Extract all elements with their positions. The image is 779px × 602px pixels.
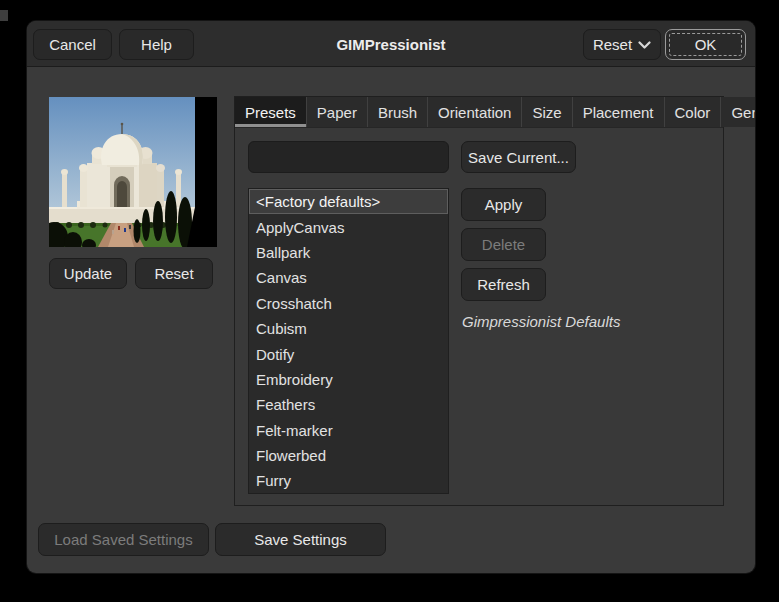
preview-reset-button[interactable]: Reset: [135, 258, 213, 289]
preset-list[interactable]: <Factory defaults>ApplyCanvasBallparkCan…: [248, 188, 449, 494]
delete-button[interactable]: Delete: [461, 228, 546, 261]
chevron-down-icon: [638, 40, 651, 50]
settings-notebook: PresetsPaperBrushOrientationSizePlacemen…: [234, 96, 724, 506]
list-item[interactable]: Cubism: [249, 316, 448, 341]
tab[interactable]: Orientation: [428, 97, 522, 127]
refresh-button[interactable]: Refresh: [461, 268, 546, 301]
gimpressionist-dialog: Cancel Help GIMPressionist Reset OK: [27, 21, 755, 573]
reset-dropdown-button[interactable]: Reset: [583, 29, 661, 60]
list-item[interactable]: Felt-marker: [249, 418, 448, 443]
list-item[interactable]: Dotify: [249, 341, 448, 366]
tab[interactable]: General: [721, 97, 755, 127]
list-item[interactable]: <Factory defaults>: [249, 189, 448, 214]
background-window-fragment: [0, 10, 8, 21]
list-item[interactable]: Flowerbed: [249, 443, 448, 468]
ok-button[interactable]: OK: [665, 29, 746, 60]
apply-button[interactable]: Apply: [461, 188, 546, 221]
tab[interactable]: Brush: [368, 97, 428, 127]
headerbar: Cancel Help GIMPressionist Reset OK: [27, 21, 755, 67]
load-saved-settings-button[interactable]: Load Saved Settings: [38, 523, 209, 556]
tab[interactable]: Presets: [235, 97, 307, 127]
list-item[interactable]: Crosshatch: [249, 291, 448, 316]
list-item[interactable]: Embroidery: [249, 367, 448, 392]
tab[interactable]: Paper: [307, 97, 368, 127]
update-button[interactable]: Update: [49, 258, 127, 289]
list-item[interactable]: Feathers: [249, 392, 448, 417]
tab[interactable]: Color: [665, 97, 722, 127]
cancel-button[interactable]: Cancel: [33, 29, 112, 60]
preset-description: Gimpressionist Defaults: [462, 313, 620, 330]
save-current-button[interactable]: Save Current...: [461, 141, 576, 173]
list-item[interactable]: Canvas: [249, 265, 448, 290]
reset-dropdown-label: Reset: [593, 36, 632, 53]
save-settings-button[interactable]: Save Settings: [215, 523, 386, 556]
list-item[interactable]: Ballpark: [249, 240, 448, 265]
list-item[interactable]: Furry: [249, 468, 448, 493]
help-button[interactable]: Help: [119, 29, 194, 60]
tab-strip: PresetsPaperBrushOrientationSizePlacemen…: [235, 97, 723, 128]
list-item[interactable]: ApplyCanvas: [249, 214, 448, 239]
tab[interactable]: Placement: [573, 97, 665, 127]
preview-image: [49, 97, 217, 247]
tab[interactable]: Size: [522, 97, 572, 127]
preset-name-input[interactable]: [248, 141, 449, 173]
